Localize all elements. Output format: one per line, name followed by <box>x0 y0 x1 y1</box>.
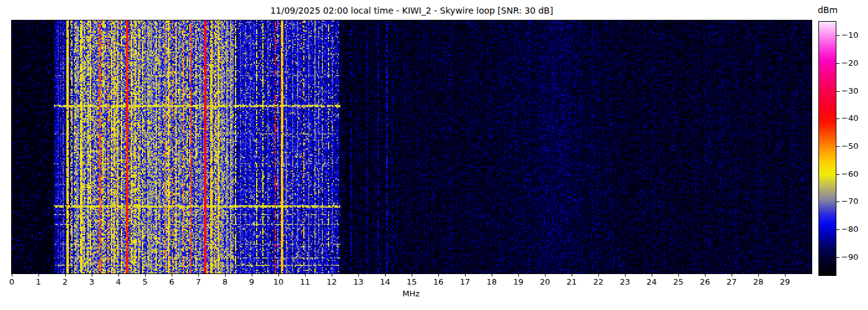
x-tick-label: 14 <box>380 277 391 286</box>
x-tick-mark <box>465 274 466 277</box>
colorbar-tick-mark <box>836 229 839 230</box>
x-tick-label: 12 <box>327 277 337 286</box>
colorbar-tick-mark <box>836 146 839 147</box>
x-tick-mark <box>172 274 172 277</box>
x-axis-label: MHz <box>380 289 442 298</box>
x-tick-mark <box>785 274 786 277</box>
x-tick-mark <box>652 274 652 277</box>
x-tick-label: 7 <box>196 277 201 286</box>
x-tick-label: 5 <box>143 277 148 286</box>
x-tick-label: 16 <box>433 277 444 286</box>
x-tick-mark <box>598 274 599 277</box>
x-tick-label: 24 <box>647 277 657 286</box>
x-tick-label: 26 <box>700 277 711 286</box>
colorbar-tick-mark <box>836 202 839 202</box>
x-tick-label: 6 <box>169 277 174 286</box>
x-tick-label: 4 <box>116 277 121 286</box>
x-tick-mark <box>678 274 679 277</box>
x-tick-label: 19 <box>513 277 524 286</box>
x-tick-mark <box>65 274 66 277</box>
x-tick-label: 25 <box>673 277 684 286</box>
x-tick-mark <box>705 274 706 277</box>
colorbar-tick-mark <box>836 63 839 64</box>
colorbar-tick-mark <box>836 118 839 119</box>
x-tick-mark <box>92 274 92 277</box>
colorbar-tick-label: −30 <box>841 86 858 95</box>
colorbar <box>818 21 836 276</box>
x-tick-mark <box>198 274 199 277</box>
colorbar-tick-label: −40 <box>841 113 858 123</box>
x-tick-label: 2 <box>63 277 68 286</box>
x-tick-label: 18 <box>487 277 497 286</box>
x-tick-label: 22 <box>593 277 604 286</box>
x-tick-mark <box>252 274 252 277</box>
colorbar-tick-label: −20 <box>841 58 858 68</box>
colorbar-tick-label: −50 <box>841 141 858 151</box>
x-tick-mark <box>358 274 359 277</box>
x-tick-mark <box>278 274 279 277</box>
x-tick-mark <box>145 274 146 277</box>
x-tick-label: 23 <box>620 277 631 286</box>
waterfall-canvas <box>12 20 812 273</box>
x-tick-label: 13 <box>353 277 364 286</box>
x-tick-mark <box>12 274 12 277</box>
x-tick-label: 3 <box>89 277 94 286</box>
colorbar-tick-label: −90 <box>841 252 858 262</box>
x-tick-mark <box>332 274 332 277</box>
x-tick-label: 8 <box>223 277 228 286</box>
x-tick-mark <box>758 274 759 277</box>
x-tick-label: 9 <box>249 277 254 286</box>
x-tick-label: 11 <box>300 277 311 286</box>
colorbar-tick-label: −60 <box>841 169 858 179</box>
colorbar-tick-mark <box>836 257 839 258</box>
x-tick-label: 0 <box>9 277 14 286</box>
x-tick-mark <box>732 274 732 277</box>
x-tick-mark <box>625 274 626 277</box>
x-tick-label: 29 <box>780 277 790 286</box>
x-tick-mark <box>492 274 492 277</box>
spectrogram-page: 11/09/2025 02:00 local time - KIWI_2 - S… <box>0 0 868 310</box>
waterfall-plot-area <box>11 20 812 274</box>
plot-title: 11/09/2025 02:00 local time - KIWI_2 - S… <box>11 6 812 16</box>
x-tick-label: 15 <box>407 277 417 286</box>
x-tick-mark <box>385 274 386 277</box>
x-tick-mark <box>118 274 119 277</box>
x-tick-mark <box>438 274 439 277</box>
x-tick-label: 17 <box>460 277 471 286</box>
x-tick-mark <box>572 274 572 277</box>
colorbar-gradient <box>819 22 836 275</box>
x-tick-label: 20 <box>540 277 551 286</box>
colorbar-tick-label: −10 <box>841 30 858 40</box>
x-tick-label: 21 <box>567 277 577 286</box>
x-tick-mark <box>518 274 519 277</box>
colorbar-tick-label: −70 <box>841 197 858 206</box>
colorbar-tick-mark <box>836 35 839 36</box>
x-tick-mark <box>225 274 226 277</box>
x-tick-label: 1 <box>36 277 41 286</box>
colorbar-tick-label: −80 <box>841 224 858 234</box>
x-tick-mark <box>305 274 306 277</box>
x-tick-label: 10 <box>273 277 284 286</box>
x-tick-mark <box>38 274 39 277</box>
x-tick-mark <box>412 274 412 277</box>
colorbar-tick-mark <box>836 174 839 175</box>
x-tick-mark <box>545 274 546 277</box>
colorbar-unit-label: dBm <box>812 5 843 15</box>
x-tick-label: 27 <box>727 277 737 286</box>
colorbar-tick-mark <box>836 91 839 92</box>
x-tick-label: 28 <box>753 277 764 286</box>
